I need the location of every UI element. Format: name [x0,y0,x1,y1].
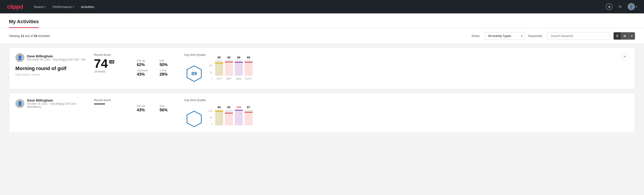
avatar: 👤 [16,99,24,108]
card-left: 👤 Dave Billingham December 05, 2021 - Go… [16,53,87,76]
logo[interactable]: clippd [7,3,23,10]
data-source: Data Source: Arccos [16,73,87,76]
bar-value-app: 90 [227,56,230,59]
keywords-label: Keywords: [528,34,543,38]
bar-fill-ott [215,62,223,76]
score-badge: +4 [109,60,114,64]
bar-col-ott: 85 OTT [215,56,223,80]
bar-col-app: 90 APP [225,56,233,80]
avatar: 👤 [16,53,24,62]
teams-chevron-icon: ▾ [44,6,46,8]
quality-section: Avg Shot Quality 89 [184,53,614,84]
bar-col-1: 94 [215,106,223,126]
bar-label-putt: PUTT [245,78,252,80]
nav-activities[interactable]: Activities [81,3,94,10]
one-putt-value: 28% [160,72,177,77]
activity-card: 👤 Dave Billingham October 16, 2021 - Gog… [9,93,635,133]
user-name: Dave Billingham [27,98,87,102]
nav-right-actions: ⊕ ↻ 👤 ▾ [606,3,637,10]
bar-chart: 100 50 0 85 [209,64,252,80]
bar-wrap-arg [235,60,243,76]
list-compact-view-button[interactable]: ☰ [614,32,621,40]
performance-chevron-icon: ▾ [73,6,74,8]
round-score-label: Round Score [94,53,130,56]
hex-score-value: 89 [192,71,197,76]
add-icon[interactable]: ⊕ [606,3,612,10]
svg-marker-1 [187,111,201,127]
show-label: Show: [472,34,480,38]
stats-section: FW Hit 43% GIR 56% [137,98,177,112]
user-date: October 16, 2021 - Gog Magog Golf Club -… [27,102,87,108]
bar-label-arg: ARG [236,78,242,80]
bar-value-putt: 89 [247,56,250,59]
hexagon [185,110,203,128]
page-title: My Activities [9,19,39,28]
activity-card: 👤 Dave Billingham December 05, 2021 - Go… [9,48,635,89]
gir-value: 50% [160,62,177,67]
gir-label: GIR [160,59,177,62]
hex-score-container: 89 [184,64,204,84]
activity-type-dropdown[interactable]: All Activity Types [484,32,524,40]
activities-list: 👤 Dave Billingham December 05, 2021 - Go… [0,48,644,145]
bar-wrap-putt [244,60,252,76]
bar-chart: 100 50 0 94 [209,110,252,126]
fw-hit-stat: FW Hit 62% [137,59,154,67]
updown-label: Up/Down [137,69,154,72]
user-info: Dave Billingham October 16, 2021 - Gog M… [27,98,87,108]
one-putt-label: 1 Putt [160,69,177,72]
gir-value: 56% [160,108,177,112]
grid-view-button[interactable]: ⊞ [621,32,628,40]
gir-stat: GIR 56% [160,105,177,112]
user-row: 👤 Dave Billingham December 05, 2021 - Go… [16,53,87,62]
round-score-section: Round Score [94,98,130,104]
bar-label-ott: OTT [217,78,222,80]
score-number: 74 [94,57,108,70]
bar-col-putt: 89 PUTT [244,56,252,80]
updown-value: 43% [137,72,154,77]
bar-wrap-app [225,60,233,76]
viewing-count-text: Viewing 12 out of 29 Activities [9,34,50,38]
user-avatar-button[interactable]: 👤 ▾ [628,3,637,10]
quality-section: Avg Shot Quality 100 [184,98,628,129]
activity-type-dropdown-wrapper: All Activity Types ▾ [484,32,524,40]
score-display: 74 +4 [94,57,130,70]
stats-section: FW Hit 62% GIR 50% Up/Down 43% 1 Putt 28… [137,53,177,77]
refresh-icon[interactable]: ↻ [617,4,623,10]
bar-label-app: APP [226,78,232,80]
round-score-label: Round Score [94,98,130,102]
nav-teams[interactable]: Teams ▾ [34,3,46,10]
user-info: Dave Billingham December 05, 2021 - Gog … [27,54,85,61]
bar-col-4: 87 [244,106,252,126]
bar-fill-putt [244,62,252,76]
fw-hit-value: 43% [137,108,154,112]
gir-label: GIR [160,105,177,108]
user-name: Dave Billingham [27,54,85,58]
card-left: 👤 Dave Billingham October 16, 2021 - Gog… [16,98,87,110]
bar-value-ott: 85 [217,56,220,59]
nav-performance[interactable]: Performance ▾ [53,3,74,10]
avatar: 👤 [628,3,635,10]
updown-stat: Up/Down 43% [137,69,154,77]
card-edit-button[interactable]: ✏ [622,53,628,60]
fw-hit-value: 62% [137,62,154,67]
bar-col-3: 106 [235,106,243,126]
score-holes: 18 Holes [94,70,130,73]
user-date: December 05, 2021 - Gog Magog Golf Club … [27,58,85,61]
navbar: clippd Teams ▾ Performance ▾ Activities … [0,0,644,14]
avg-shot-quality-label: Avg Shot Quality [184,98,252,102]
list-view-button[interactable]: ≡ [628,32,635,40]
avatar-chevron-icon: ▾ [636,6,637,8]
keyword-search-input[interactable] [548,32,610,40]
round-score-section: Round Score 74 +4 18 Holes [94,53,130,74]
view-toggle-group: ☰ ⊞ ≡ [614,32,635,40]
bar-fill-arg [235,62,243,76]
bar-wrap-ott [215,60,223,76]
bar-col-2: 82 [225,106,233,126]
gir-stat: GIR 50% [160,59,177,67]
fw-hit-label: FW Hit [137,59,154,62]
bar-value-arg: 89 [237,56,240,59]
hex-score-container [184,109,204,129]
bar-col-arg: 89 ARG [235,56,243,80]
bar-fill-app [225,62,233,76]
user-row: 👤 Dave Billingham October 16, 2021 - Gog… [16,98,87,108]
